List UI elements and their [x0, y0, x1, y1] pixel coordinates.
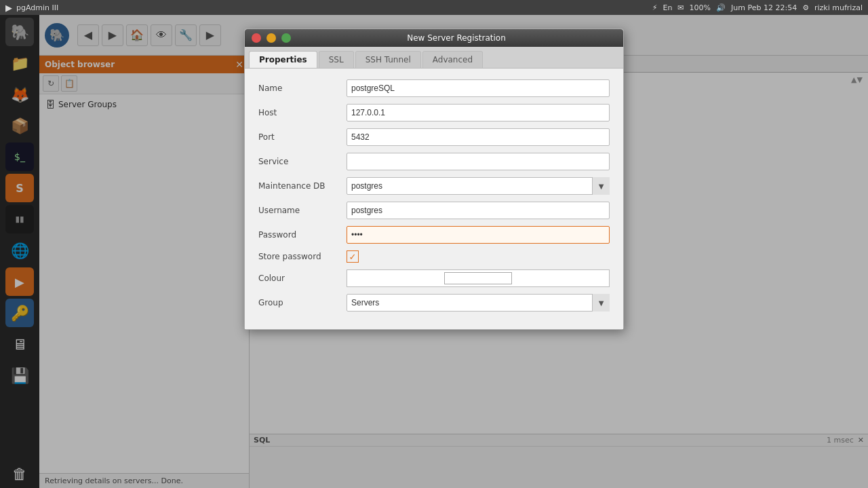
colour-label: Colour: [258, 274, 347, 283]
modal-body: Name Host Port Service: [245, 69, 623, 329]
group-row: Group Servers ▼: [258, 294, 610, 312]
group-select[interactable]: Servers: [347, 294, 610, 312]
username-label: Username: [258, 206, 347, 215]
maintenance-db-row: Maintenance DB postgres ▼: [258, 177, 610, 195]
app-title: pgAdmin III: [16, 3, 58, 12]
username: rizki mufrizal: [814, 3, 863, 12]
name-row: Name: [258, 79, 610, 97]
main-content: 🐘 ◀ ▶ 🏠 👁 🔧 ▶: [39, 15, 868, 488]
modal-tab-ssl[interactable]: SSL: [319, 51, 354, 68]
battery-status: 100%: [690, 3, 711, 12]
name-label: Name: [258, 83, 347, 93]
bluetooth-icon: ⚡: [652, 3, 658, 12]
modal-tab-properties[interactable]: Properties: [249, 51, 317, 68]
settings-icon[interactable]: ⚙: [802, 3, 809, 12]
port-label: Port: [258, 132, 347, 142]
colour-row: Colour: [258, 269, 610, 287]
group-label: Group: [258, 298, 347, 307]
service-label: Service: [258, 157, 347, 166]
port-row: Port: [258, 128, 610, 146]
name-input[interactable]: [347, 79, 610, 97]
password-row: Password: [258, 226, 610, 244]
modal-minimize-btn[interactable]: [267, 33, 276, 43]
group-wrapper: Servers ▼: [347, 294, 610, 312]
system-bar-left: ▶ pgAdmin III: [5, 3, 58, 13]
maintenance-db-label: Maintenance DB: [258, 181, 347, 191]
system-bar: ▶ pgAdmin III ⚡ En ✉ 100% 🔊 Jum Peb 12 2…: [0, 0, 868, 15]
password-label: Password: [258, 230, 347, 240]
new-server-dialog: New Server Registration Properties SSL S…: [244, 29, 624, 330]
username-input[interactable]: [347, 202, 610, 219]
service-input[interactable]: [347, 153, 610, 170]
system-bar-right: ⚡ En ✉ 100% 🔊 Jum Peb 12 22:54 ⚙ rizki m…: [652, 3, 863, 12]
maintenance-db-select[interactable]: postgres: [347, 177, 610, 195]
datetime: Jum Peb 12 22:54: [731, 3, 797, 12]
modal-close-btn[interactable]: [252, 33, 261, 43]
maintenance-db-wrapper: postgres ▼: [347, 177, 610, 195]
modal-tabs: Properties SSL SSH Tunnel Advanced: [245, 47, 623, 69]
modal-tab-advanced[interactable]: Advanced: [422, 51, 483, 68]
modal-overlay: New Server Registration Properties SSL S…: [0, 15, 868, 488]
modal-title: New Server Registration: [296, 33, 616, 43]
host-row: Host: [258, 104, 610, 121]
store-password-label: Store password: [258, 252, 347, 261]
language-indicator: En: [663, 3, 672, 12]
modal-titlebar: New Server Registration: [245, 29, 623, 47]
vlc-system-icon: ▶: [5, 3, 12, 13]
modal-maximize-btn[interactable]: [281, 33, 291, 43]
password-input[interactable]: [347, 226, 610, 244]
email-icon: ✉: [677, 3, 684, 12]
username-row: Username: [258, 202, 610, 219]
colour-swatch[interactable]: [444, 272, 512, 284]
host-input[interactable]: [347, 104, 610, 121]
app-area: 🐘 📁 🦊 📦 $_ S ▮▮ 🌐 ▶ 🔑 🖥: [0, 15, 868, 488]
volume-icon: 🔊: [716, 3, 726, 12]
store-password-row: Store password: [258, 250, 610, 263]
store-password-checkbox[interactable]: [347, 250, 359, 263]
port-input[interactable]: [347, 128, 610, 146]
service-row: Service: [258, 153, 610, 170]
host-label: Host: [258, 108, 347, 117]
colour-picker[interactable]: [347, 269, 610, 287]
modal-tab-ssh-tunnel[interactable]: SSH Tunnel: [355, 51, 421, 68]
